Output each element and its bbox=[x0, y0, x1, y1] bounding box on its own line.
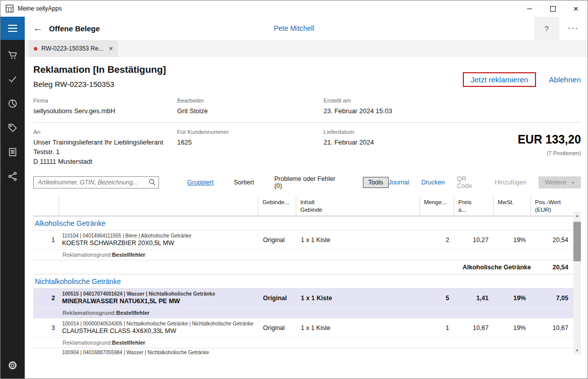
sidebar-item-share[interactable] bbox=[1, 164, 25, 188]
hinzufuegen-link: Hinzufügen bbox=[495, 179, 526, 186]
tab-label: RW-0223-150353 Re... bbox=[41, 45, 103, 52]
item-wert: 20,54 bbox=[531, 230, 573, 249]
close-icon: ✕ bbox=[573, 5, 579, 13]
item-meta: 100904 | 04016887055984 | Wasser | Nicht… bbox=[62, 350, 573, 355]
item-main-row[interactable]: 3100014 | 00000040534305 | Nichtalkoholi… bbox=[33, 318, 573, 338]
main-area: RW-0223-150353 Re... ✕ Reklamation [In B… bbox=[25, 40, 587, 378]
field-firma: Firma sellysolutions Serv.ges.mbH bbox=[33, 98, 177, 116]
weitere-label: Weitere bbox=[545, 179, 566, 186]
pie-chart-icon bbox=[7, 98, 18, 109]
group-header-row: Nichtalkoholische Getränke bbox=[33, 274, 573, 289]
sidebar-item-documents[interactable] bbox=[1, 140, 25, 164]
document-tab[interactable]: RW-0223-150353 Re... ✕ bbox=[29, 40, 118, 57]
more-icon: ··· bbox=[568, 24, 579, 33]
close-button[interactable]: ✕ bbox=[564, 1, 587, 17]
tools-button[interactable]: Tools bbox=[363, 177, 389, 188]
field-value: Unser Trainingslieferant Ihr Lieblingsli… bbox=[33, 138, 177, 167]
probleme-filter[interactable]: Probleme oder Fehler (0) bbox=[274, 175, 344, 190]
column-header[interactable]: Gebinde... bbox=[258, 197, 296, 216]
item-description: 110104 | 04014964111555 | Biere | Alkoho… bbox=[59, 230, 258, 249]
column-header[interactable]: Menge... bbox=[420, 197, 454, 216]
table-row[interactable]: 1110104 | 04014964111555 | Biere | Alkoh… bbox=[33, 230, 573, 260]
minimize-button[interactable] bbox=[518, 1, 541, 17]
table-rows: Alkoholische Getränke1110104 | 040149641… bbox=[33, 216, 573, 355]
sidebar-item-settings[interactable] bbox=[1, 353, 25, 377]
back-button[interactable]: ← bbox=[31, 23, 45, 34]
sidebar bbox=[1, 40, 25, 378]
scroll-down-icon[interactable]: ▼ bbox=[573, 347, 581, 354]
journal-link[interactable]: Journal bbox=[389, 179, 409, 186]
sortiert-toggle[interactable]: Sortiert bbox=[234, 179, 254, 186]
item-gebinde: Original bbox=[258, 230, 296, 249]
item-main-row[interactable]: 1110104 | 04014964111555 | Biere | Alkoh… bbox=[33, 230, 573, 250]
ablehnen-button[interactable]: Ablehnen bbox=[549, 75, 581, 84]
column-header bbox=[59, 197, 258, 216]
check-icon bbox=[7, 74, 18, 85]
item-inhalt: 1 x 1 Kiste bbox=[296, 289, 420, 307]
field-label: An bbox=[33, 129, 177, 135]
gear-icon bbox=[7, 360, 18, 371]
sidebar-item-labels[interactable] bbox=[1, 116, 25, 140]
scrollbar-thumb[interactable] bbox=[573, 222, 581, 261]
field-value: Grit Stolze bbox=[177, 107, 324, 116]
item-reason-row: Reklamationsgrund: Bestellfehler bbox=[33, 250, 573, 260]
window-title: Meine sellyApps bbox=[18, 5, 62, 12]
column-header[interactable]: Preis a... bbox=[454, 197, 494, 216]
column-header[interactable]: MwSt. bbox=[494, 197, 531, 216]
field-value: sellysolutions Serv.ges.mbH bbox=[33, 107, 177, 116]
drucken-link[interactable]: Drucken bbox=[421, 179, 445, 186]
field-value: 23. Februar 2024 15:03 bbox=[324, 107, 581, 116]
table-row[interactable]: 3100014 | 00000040534305 | Nichtalkoholi… bbox=[33, 318, 573, 348]
maximize-button[interactable] bbox=[541, 1, 564, 17]
page-title: Offene Belege bbox=[49, 24, 100, 33]
search-input[interactable] bbox=[33, 176, 159, 188]
positions-table: Gebinde...Inhalt GebindeMenge...Preis a.… bbox=[33, 197, 581, 354]
scroll-up-icon[interactable]: ▲ bbox=[573, 212, 581, 219]
partial-row[interactable]: 100904 | 04016887055984 | Wasser | Nicht… bbox=[33, 348, 573, 355]
field-label: Erstellt am bbox=[324, 98, 581, 104]
qr-code-link: QR Code bbox=[457, 175, 483, 190]
group-header-row: Alkoholische Getränke bbox=[33, 216, 573, 230]
item-preis: 10,67 bbox=[454, 318, 494, 337]
sidebar-item-cart[interactable] bbox=[1, 43, 25, 67]
search-icon[interactable] bbox=[148, 178, 156, 186]
item-meta: 100515 | 04017074001624 | Wasser | Nicht… bbox=[62, 291, 215, 297]
gruppiert-toggle[interactable]: Gruppiert bbox=[187, 179, 213, 186]
maximize-icon bbox=[550, 6, 556, 12]
item-preis: 10,27 bbox=[454, 230, 494, 249]
title-bar: Meine sellyApps ✕ bbox=[1, 1, 587, 17]
reason-label: Reklamationsgrund: bbox=[63, 340, 112, 346]
sidebar-item-tasks[interactable] bbox=[1, 67, 25, 91]
column-header[interactable]: Inhalt Gebinde bbox=[296, 197, 420, 216]
help-button[interactable]: ? bbox=[534, 17, 559, 40]
sidebar-item-statistics[interactable] bbox=[1, 91, 25, 116]
field-label: Bearbeiter bbox=[177, 98, 324, 104]
vertical-scrollbar[interactable]: ▲ ▼ bbox=[573, 212, 581, 354]
item-menge: 2 bbox=[420, 230, 454, 249]
jetzt-reklamieren-button[interactable]: Jetzt reklamieren bbox=[470, 75, 528, 84]
reason-value: Bestellfehler bbox=[116, 310, 149, 316]
item-main-row[interactable]: 2100515 | 04017074001624 | Wasser | Nich… bbox=[33, 289, 573, 308]
item-meta: 110104 | 04014964111555 | Biere | Alkoho… bbox=[62, 233, 191, 239]
user-link[interactable]: Pete Mitchell bbox=[274, 24, 314, 32]
unsaved-dot-icon bbox=[34, 47, 37, 51]
item-name: KOESTR SCHWARZBIER 20X0,5L MW bbox=[62, 240, 174, 247]
table-row[interactable]: 2100515 | 04017074001624 | Wasser | Nich… bbox=[33, 289, 573, 318]
tab-bar: RW-0223-150353 Re... ✕ bbox=[25, 40, 587, 57]
chevron-down-icon: ▼ bbox=[571, 181, 575, 184]
item-wert: 7,05 bbox=[531, 289, 573, 307]
item-reason-row: Reklamationsgrund: Bestellfehler bbox=[33, 308, 573, 318]
group-footer-label: Alkoholische Getränke bbox=[33, 260, 531, 274]
item-name: CLAUSTHALER CLASS 4X6X0,33L MW bbox=[62, 327, 176, 335]
reason-label: Reklamationsgrund: bbox=[63, 310, 116, 316]
column-header[interactable]: Pos.-Wert (EUR) bbox=[531, 197, 573, 216]
tab-close-icon[interactable]: ✕ bbox=[109, 45, 113, 52]
hamburger-menu-button[interactable] bbox=[1, 17, 25, 40]
app-icon bbox=[6, 5, 14, 13]
more-options-button[interactable]: ··· bbox=[559, 17, 587, 40]
weitere-dropdown[interactable]: Weitere ▼ bbox=[539, 176, 581, 188]
positions-count: (7 Positionen) bbox=[518, 150, 581, 156]
share-icon bbox=[7, 171, 18, 182]
group-footer-value: 20,54 bbox=[531, 260, 573, 274]
item-meta: 100014 | 00000040534305 | Nichtalkoholis… bbox=[62, 321, 253, 326]
